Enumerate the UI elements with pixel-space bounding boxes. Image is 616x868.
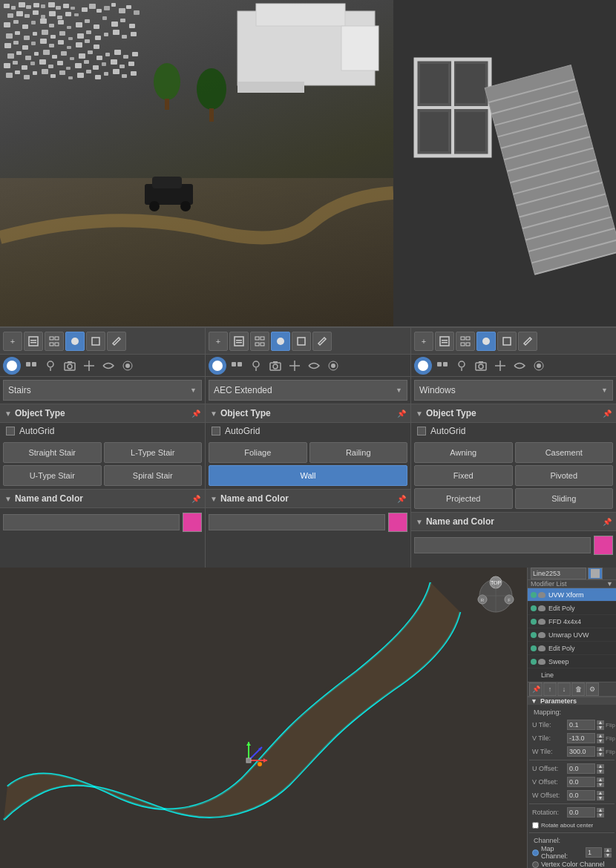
u-offset-down[interactable]: ▼ (597, 769, 604, 774)
modifier-unwrap-uvw[interactable]: Unwrap UVW (528, 628, 616, 642)
aec-name-input[interactable] (209, 514, 385, 530)
map-ch-up[interactable]: ▲ (604, 848, 612, 852)
helpers-icon-btn[interactable] (80, 357, 98, 375)
w-tile-up[interactable]: ▲ (597, 747, 604, 752)
windows-name-input[interactable] (414, 537, 591, 553)
straight-stair-btn[interactable]: Straight Stair (3, 442, 102, 463)
modifier-ffd-4x4x4[interactable]: FFD 4x4x4 (528, 615, 616, 628)
v-tile-input[interactable] (567, 733, 595, 743)
windows-name-color-header[interactable]: ▼ Name and Color 📌 (411, 512, 616, 531)
aec-helpers-btn[interactable] (286, 357, 304, 375)
casement-btn[interactable]: Casement (515, 442, 614, 463)
hierarchy-btn[interactable] (45, 332, 64, 351)
win-camera-btn[interactable] (472, 357, 490, 375)
foliage-btn[interactable]: Foliage (209, 442, 307, 463)
stairs-name-input[interactable] (3, 514, 180, 530)
autogrid-checkbox[interactable] (6, 427, 15, 435)
v-tile-down[interactable]: ▼ (597, 739, 604, 743)
aec-name-color-header[interactable]: ▼ Name and Color 📌 (206, 489, 410, 508)
sliding-btn[interactable]: Sliding (515, 488, 614, 509)
w-offset-input[interactable] (567, 790, 595, 800)
geometry-icon-btn[interactable] (3, 357, 21, 375)
vertex-color-radio[interactable] (532, 861, 539, 868)
win-box-btn[interactable] (497, 332, 517, 351)
win-add-btn[interactable]: + (414, 332, 433, 351)
object-name-input[interactable] (531, 568, 586, 579)
map-channel-value[interactable] (586, 847, 602, 858)
railing-btn[interactable]: Railing (309, 442, 408, 463)
rotation-down[interactable]: ▼ (597, 813, 604, 818)
aec-shapes-btn[interactable] (228, 357, 246, 375)
camera-icon-btn[interactable] (61, 357, 79, 375)
win-helpers-btn[interactable] (491, 357, 509, 375)
win-shapes-btn[interactable] (433, 357, 451, 375)
u-offset-up[interactable]: ▲ (597, 764, 604, 769)
modifier-line[interactable]: Line (528, 668, 616, 682)
stairs-category-dropdown[interactable]: Stairs (3, 380, 202, 401)
ortho-viewport[interactable] (393, 0, 616, 326)
configure-btn[interactable]: ⚙ (586, 683, 599, 696)
win-lights-btn[interactable] (453, 357, 471, 375)
rotation-up[interactable]: ▲ (597, 808, 604, 812)
u-tile-up[interactable]: ▲ (597, 720, 604, 725)
u-offset-input[interactable] (567, 763, 595, 774)
w-tile-input[interactable] (567, 746, 595, 757)
lights-icon-btn[interactable] (42, 357, 59, 375)
box-btn[interactable] (86, 332, 105, 351)
rotation-input[interactable] (567, 807, 595, 818)
move-up-btn[interactable]: ↑ (543, 683, 557, 696)
aec-object-type-header[interactable]: ▼ Object Type 📌 (206, 404, 410, 423)
u-tile-down[interactable]: ▼ (597, 726, 604, 730)
select-filter-btn[interactable] (24, 332, 43, 351)
trash-btn[interactable]: 🗑 (571, 683, 585, 696)
w-offset-up[interactable]: ▲ (597, 791, 604, 795)
win-filter-btn[interactable] (435, 332, 454, 351)
pivoted-btn[interactable]: Pivoted (515, 465, 614, 486)
aec-hierarchy-btn[interactable] (250, 332, 269, 351)
projected-btn[interactable]: Projected (414, 488, 513, 509)
v-offset-input[interactable] (567, 777, 595, 787)
pin-modifier-btn[interactable]: 📌 (529, 683, 543, 696)
stairs-name-color-header[interactable]: ▼ Name and Color 📌 (0, 489, 205, 508)
wrench-btn[interactable] (107, 332, 126, 351)
windows-category-dropdown[interactable]: Windows (414, 380, 613, 401)
win-systems-btn[interactable] (530, 357, 548, 375)
aec-color-swatch[interactable] (388, 513, 407, 532)
stairs-color-swatch[interactable] (183, 513, 202, 532)
aec-autogrid-checkbox[interactable] (212, 427, 220, 435)
move-down-btn[interactable]: ↓ (557, 683, 571, 696)
aec-sphere-btn[interactable] (271, 332, 290, 351)
map-channel-radio[interactable] (532, 849, 539, 856)
parameters-header[interactable]: ▼ Parameters (528, 697, 616, 705)
win-spacewarp-btn[interactable] (511, 357, 528, 375)
modifier-edit-poly-2[interactable]: Edit Poly (528, 642, 616, 655)
aec-box-btn[interactable] (292, 332, 311, 351)
sphere-btn[interactable] (65, 332, 85, 351)
aec-add-btn[interactable]: + (209, 332, 228, 351)
v-offset-up[interactable]: ▲ (597, 777, 604, 782)
wall-btn[interactable]: Wall (209, 465, 407, 486)
u-type-stair-btn[interactable]: U-Type Stair (3, 465, 102, 486)
modifier-uvw-xform[interactable]: UVW Xform (528, 588, 616, 602)
object-name-color[interactable] (588, 568, 603, 579)
w-tile-down[interactable]: ▼ (597, 752, 604, 757)
modifier-sweep[interactable]: Sweep (528, 655, 616, 668)
aec-geometry-btn[interactable] (209, 357, 226, 375)
fixed-btn[interactable]: Fixed (414, 465, 513, 486)
u-tile-input[interactable] (567, 720, 595, 730)
windows-object-type-header[interactable]: ▼ Object Type 📌 (411, 404, 616, 423)
win-wrench-btn[interactable] (518, 332, 537, 351)
aec-category-dropdown[interactable]: AEC Extended (209, 380, 407, 401)
aec-spacewarp-btn[interactable] (305, 357, 323, 375)
aec-lights-btn[interactable] (247, 357, 265, 375)
v-tile-up[interactable]: ▲ (597, 734, 604, 738)
rotate-center-checkbox[interactable] (532, 822, 539, 829)
perspective-viewport[interactable] (0, 0, 393, 326)
win-hierarchy-btn[interactable] (456, 332, 475, 351)
w-offset-down[interactable]: ▼ (597, 796, 604, 800)
win-sphere-btn[interactable] (476, 332, 496, 351)
shapes-icon-btn[interactable] (22, 357, 40, 375)
v-offset-down[interactable]: ▼ (597, 783, 604, 787)
awning-btn[interactable]: Awning (414, 442, 513, 463)
aec-systems-btn[interactable] (324, 357, 342, 375)
